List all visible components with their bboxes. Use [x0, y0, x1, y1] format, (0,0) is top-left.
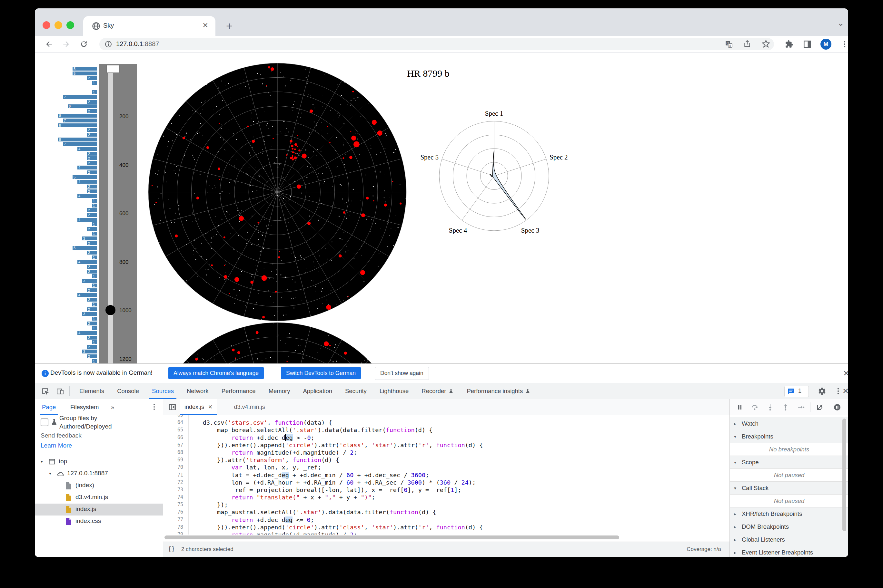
extensions-puzzle-icon[interactable]: [785, 40, 793, 48]
code-line[interactable]: 75 });: [163, 501, 730, 508]
device-toolbar-icon[interactable]: [56, 387, 64, 395]
forward-icon[interactable]: [62, 40, 70, 48]
notification-dismiss-button[interactable]: Don't show again: [375, 367, 429, 380]
devtools-tab-sources[interactable]: Sources: [146, 383, 180, 399]
learn-more-link[interactable]: Learn More: [41, 442, 72, 449]
navigator-tab-page[interactable]: Page: [42, 399, 56, 415]
navigator-kebab-icon[interactable]: [150, 403, 158, 411]
expanded-triangle-icon[interactable]: ▾: [49, 471, 51, 476]
devtools-tab-elements[interactable]: Elements: [73, 383, 111, 399]
step-out-icon[interactable]: [782, 404, 790, 411]
devtools-tab-network[interactable]: Network: [180, 383, 215, 399]
pretty-print-braces-icon[interactable]: {}: [168, 545, 175, 552]
code-line[interactable]: 79 return magnitude(+d.magnitude) / 2;: [163, 531, 730, 534]
expanded-triangle-icon[interactable]: ▾: [41, 459, 43, 464]
debugger-section-breakpoints[interactable]: ▾Breakpoints: [730, 430, 848, 443]
file-tree-item-index-css[interactable]: index.css: [35, 516, 163, 527]
line-number[interactable]: 78: [163, 524, 188, 531]
debugger-section-scope[interactable]: ▾Scope: [730, 456, 848, 469]
file-tree-item--index-[interactable]: (index): [35, 480, 163, 492]
devtools-tab-recorder[interactable]: Recorder: [415, 383, 460, 399]
devtools-tab-memory[interactable]: Memory: [262, 383, 297, 399]
code-line[interactable]: 78 })).enter().append('circle').attr('cl…: [163, 524, 730, 531]
code-line[interactable]: 64 d3.csv('stars.csv', function(data) {: [163, 419, 730, 426]
line-number[interactable]: 66: [163, 434, 188, 441]
bookmark-star-icon[interactable]: [762, 40, 770, 48]
address-bar[interactable]: 127.0.0.1:8887 G文: [99, 38, 774, 50]
devtools-tab-performance-insights[interactable]: Performance insights: [460, 383, 537, 399]
tab-search-chevron-icon[interactable]: ⌄: [837, 18, 844, 28]
debugger-section-event-listener-breakpoints[interactable]: ▸Event Listener Breakpoints: [730, 546, 848, 557]
step-into-icon[interactable]: [766, 404, 774, 411]
code-line[interactable]: 66 return +d.dec_deg > -0;: [163, 434, 730, 441]
devtools-menu-kebab-icon[interactable]: [834, 387, 842, 395]
devtools-tab-performance[interactable]: Performance: [215, 383, 262, 399]
code-line[interactable]: 68 return magnitude(+d.magnitude) / 2;: [163, 449, 730, 456]
devtools-tab-application[interactable]: Application: [296, 383, 338, 399]
send-feedback-link[interactable]: Send feedback: [41, 432, 81, 439]
file-tree-item-127-0-0-1-8887[interactable]: ▾127.0.0.1:8887: [35, 468, 163, 480]
debugger-section-dom-breakpoints[interactable]: ▸DOM Breakpoints: [730, 520, 848, 533]
issues-counter-button[interactable]: 1: [784, 386, 809, 397]
pause-script-icon[interactable]: [736, 404, 744, 411]
notification-close-icon[interactable]: ✕: [843, 369, 848, 378]
devtools-tab-console[interactable]: Console: [111, 383, 146, 399]
window-zoom-button[interactable]: [66, 21, 74, 29]
code-line[interactable]: 71 lat = +d.dec_deg + +d.dec_min / 60 + …: [163, 471, 730, 479]
debugger-section-global-listeners[interactable]: ▸Global Listeners: [730, 533, 848, 546]
back-icon[interactable]: [45, 40, 53, 48]
deactivate-breakpoints-icon[interactable]: [816, 404, 824, 411]
sidebar-scrollbar-thumb[interactable]: [842, 418, 846, 531]
editor-tab-d3-v4-min-js[interactable]: d3.v4.min.js: [230, 399, 269, 415]
code-line[interactable]: 72 lon = (+d.RA_hour + +d.RA_min / 60 + …: [163, 479, 730, 486]
debugger-section-call-stack[interactable]: ▾Call Stack: [730, 482, 848, 495]
notification-action-button[interactable]: Always match Chrome's language: [168, 367, 264, 379]
code-line[interactable]: 73 _ref = projection_boreal([-lon, lat])…: [163, 486, 730, 494]
line-number[interactable]: 77: [163, 516, 188, 524]
file-tree-item-d3-v4-min-js[interactable]: d3.v4.min.js: [35, 492, 163, 504]
line-number[interactable]: 68: [163, 449, 188, 456]
window-minimize-button[interactable]: [54, 21, 62, 29]
code-line[interactable]: 69 }).attr('transform', function(d) {: [163, 456, 730, 464]
line-number[interactable]: 69: [163, 456, 188, 464]
line-number[interactable]: 65: [163, 426, 188, 434]
line-number[interactable]: 73: [163, 486, 188, 494]
site-info-icon[interactable]: [104, 40, 112, 48]
line-number[interactable]: 76: [163, 508, 188, 516]
browser-tab-sky[interactable]: Sky ✕: [83, 16, 215, 36]
line-number[interactable]: 72: [163, 479, 188, 486]
navigator-tab-filesystem[interactable]: Filesystem: [70, 399, 99, 415]
code-line[interactable]: 63: [163, 415, 730, 419]
new-tab-button[interactable]: +: [223, 20, 235, 32]
file-tree-item-index-js[interactable]: index.js: [35, 504, 163, 516]
debugger-section-watch[interactable]: ▸Watch: [730, 417, 848, 430]
code-line[interactable]: 74 return "translate(" + x + "," + y + "…: [163, 494, 730, 501]
collapse-panel-icon[interactable]: [168, 403, 176, 411]
line-number[interactable]: 71: [163, 471, 188, 479]
navigator-more-tabs-chevron[interactable]: »: [111, 399, 114, 415]
devtools-settings-gear-icon[interactable]: [818, 387, 826, 395]
editor-tab-index-js[interactable]: index.js✕: [180, 399, 217, 415]
code-line[interactable]: 77 return +d.dec_deg <= 0;: [163, 516, 730, 524]
share-icon[interactable]: [743, 40, 751, 48]
profile-avatar[interactable]: M: [820, 39, 831, 50]
reload-icon[interactable]: [80, 40, 88, 48]
step-icon[interactable]: [797, 404, 805, 411]
side-panel-icon[interactable]: [803, 40, 811, 48]
file-tree-item-top[interactable]: ▾top: [35, 456, 163, 468]
tab-close-icon[interactable]: ✕: [203, 21, 208, 30]
line-number[interactable]: 67: [163, 441, 188, 449]
window-close-button[interactable]: [42, 21, 50, 29]
code-line[interactable]: 67 })).enter().append('circle').attr('cl…: [163, 441, 730, 449]
code-line[interactable]: 65 map_boreal.selectAll('.star').data(da…: [163, 426, 730, 434]
group-files-checkbox[interactable]: [41, 418, 48, 426]
devtools-tab-lighthouse[interactable]: Lighthouse: [373, 383, 415, 399]
translate-icon[interactable]: G文: [725, 40, 733, 48]
pause-on-exceptions-icon[interactable]: [833, 404, 841, 411]
editor-tab-close-icon[interactable]: ✕: [208, 404, 212, 410]
inspect-element-icon[interactable]: [41, 387, 49, 395]
line-number[interactable]: 79: [163, 531, 188, 534]
step-over-icon[interactable]: [751, 404, 758, 411]
url-text[interactable]: 127.0.0.1:8887: [116, 40, 159, 48]
line-number[interactable]: 74: [163, 494, 188, 501]
